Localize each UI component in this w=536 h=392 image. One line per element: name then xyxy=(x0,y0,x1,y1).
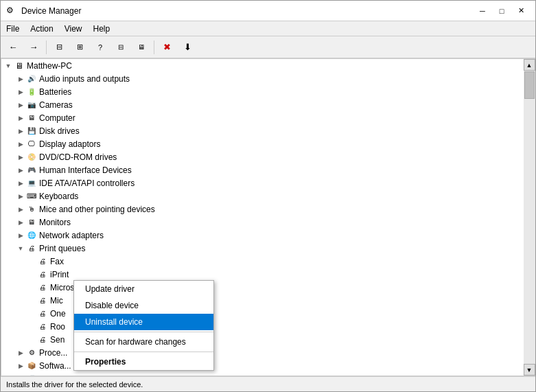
tree-panel[interactable]: ▼ 🖥 Matthew-PC ▶ 🔊 Audio inputs and outp… xyxy=(1,58,524,376)
device-manager-window: ⚙ Device Manager ─ □ ✕ File Action View … xyxy=(0,0,536,392)
network-icon: 🌐 xyxy=(26,230,37,241)
tree-item-keyboards[interactable]: ▶ ⌨ Keyboards xyxy=(1,189,524,203)
audio-label: Audio inputs and outputs xyxy=(39,74,130,84)
disk-label: Disk drives xyxy=(39,126,80,136)
forward-button[interactable]: → xyxy=(24,38,43,56)
status-bar: Installs the driver for the selected dev… xyxy=(1,376,535,391)
batteries-expand-icon: ▶ xyxy=(15,87,26,97)
tree-item-network[interactable]: ▶ 🌐 Network adapters xyxy=(1,229,524,242)
properties-button[interactable]: ⊟ xyxy=(49,38,69,56)
ctx-sep-1 xyxy=(74,332,213,332)
tree-item-iprint[interactable]: 🖨 iPrint xyxy=(1,268,524,281)
root-expand-icon: ▼ xyxy=(3,60,14,71)
tree-item-ide[interactable]: ▶ 💻 IDE ATA/ATAPI controllers xyxy=(1,176,524,189)
scroll-thumb[interactable] xyxy=(524,71,535,99)
ctx-properties[interactable]: Properties xyxy=(74,354,213,370)
title-bar: ⚙ Device Manager ─ □ ✕ xyxy=(1,1,535,21)
status-text: Installs the driver for the selected dev… xyxy=(6,380,143,389)
software-expand-icon: ▶ xyxy=(15,360,26,371)
monitors-icon: 🖥 xyxy=(26,217,37,228)
tree-item-hid[interactable]: ▶ 🎮 Human Interface Devices xyxy=(1,163,524,176)
batteries-label: Batteries xyxy=(39,87,71,97)
sound-expand-icon: ▶ xyxy=(15,373,26,377)
print-label: Print queues xyxy=(39,244,85,253)
tree-item-fax[interactable]: 🖨 Fax xyxy=(1,255,524,268)
tree-item-batteries[interactable]: ▶ 🔋 Batteries xyxy=(1,85,524,98)
batteries-icon: 🔋 xyxy=(26,87,37,97)
fax-expand-icon xyxy=(26,256,37,267)
app-icon: ⚙ xyxy=(6,5,17,16)
cameras-expand-icon: ▶ xyxy=(15,100,26,111)
audio-expand-icon: ▶ xyxy=(15,73,26,84)
display-label: Display adaptors xyxy=(39,139,100,149)
tree-item-disk-drives[interactable]: ▶ 💾 Disk drives xyxy=(1,124,524,137)
mspdf-icon: 🖨 xyxy=(37,282,48,293)
tree-item-display[interactable]: ▶ 🖵 Display adaptors xyxy=(1,137,524,150)
scan-button[interactable]: ⬇ xyxy=(178,38,197,56)
proc-expand-icon: ▶ xyxy=(15,347,26,358)
content-area: ▼ 🖥 Matthew-PC ▶ 🔊 Audio inputs and outp… xyxy=(1,58,535,376)
menu-help[interactable]: Help xyxy=(88,23,116,35)
dvd-icon: 📀 xyxy=(26,152,37,163)
tree-item-sound[interactable]: ▶ 🔊 Sound,... xyxy=(1,372,524,376)
one-expand-icon xyxy=(26,308,37,319)
software-icon: 📦 xyxy=(26,360,37,371)
tree-item-mice[interactable]: ▶ 🖱 Mice and other pointing devices xyxy=(1,203,524,216)
menu-file[interactable]: File xyxy=(1,23,25,35)
back-button[interactable]: ← xyxy=(3,38,23,56)
tree-item-dvd[interactable]: ▶ 📀 DVD/CD-ROM drives xyxy=(1,150,524,163)
ide-label: IDE ATA/ATAPI controllers xyxy=(39,178,135,188)
scroll-track[interactable] xyxy=(524,71,535,364)
hid-expand-icon: ▶ xyxy=(15,165,26,176)
mic-icon: 🖨 xyxy=(37,295,48,306)
computer-label: Computer xyxy=(39,113,75,123)
ctx-update-driver[interactable]: Update driver xyxy=(74,281,213,297)
monitor-button[interactable]: 🖥 xyxy=(132,38,151,56)
tree-item-print-queues[interactable]: ▼ 🖨 Print queues xyxy=(1,242,524,255)
tree-item-audio[interactable]: ▶ 🔊 Audio inputs and outputs xyxy=(1,72,524,85)
ctx-scan-hardware[interactable]: Scan for hardware changes xyxy=(74,334,213,350)
keyboards-icon: ⌨ xyxy=(26,191,37,202)
menu-view[interactable]: View xyxy=(59,23,88,35)
one-label: One xyxy=(50,309,66,319)
network-expand-icon: ▶ xyxy=(15,230,26,241)
keyboards-label: Keyboards xyxy=(39,192,78,201)
ide-icon: 💻 xyxy=(26,178,37,189)
dvd-label: DVD/CD-ROM drives xyxy=(39,152,117,162)
hid-label: Human Interface Devices xyxy=(39,165,132,175)
display-expand-icon: ▶ xyxy=(15,139,26,150)
sen-expand-icon xyxy=(26,334,37,345)
scroll-down-button[interactable]: ▼ xyxy=(524,364,535,376)
dvd-expand-icon: ▶ xyxy=(15,152,26,163)
tree-root[interactable]: ▼ 🖥 Matthew-PC xyxy=(1,59,524,72)
ctx-disable-device[interactable]: Disable device xyxy=(74,297,213,314)
scroll-up-button[interactable]: ▲ xyxy=(524,59,535,71)
tree-item-cameras[interactable]: ▶ 📷 Cameras xyxy=(1,98,524,111)
roo-label: Roo xyxy=(50,322,65,332)
fax-label: Fax xyxy=(50,257,64,266)
tree-item-monitors[interactable]: ▶ 🖥 Monitors xyxy=(1,216,524,229)
hid-icon: 🎮 xyxy=(26,165,37,176)
computer-expand-icon: ▶ xyxy=(15,113,26,124)
cameras-label: Cameras xyxy=(39,100,73,110)
help-button[interactable]: ? xyxy=(91,38,110,56)
ctx-uninstall-device[interactable]: Uninstall device xyxy=(74,314,213,330)
maximize-button[interactable]: □ xyxy=(493,3,511,19)
title-bar-left: ⚙ Device Manager xyxy=(6,5,81,16)
update-driver-button[interactable]: ⊞ xyxy=(70,38,89,56)
iprint-icon: 🖨 xyxy=(37,269,48,280)
minimize-button[interactable]: ─ xyxy=(474,3,491,19)
close-button[interactable]: ✕ xyxy=(512,3,530,19)
window-title: Device Manager xyxy=(21,6,81,16)
scrollbar[interactable]: ▲ ▼ xyxy=(524,58,535,376)
root-label: Matthew-PC xyxy=(27,61,72,71)
print-expand-icon: ▼ xyxy=(15,243,26,254)
roo-expand-icon xyxy=(26,321,37,332)
mice-label: Mice and other pointing devices xyxy=(39,205,155,214)
uninstall-button[interactable]: ✖ xyxy=(157,38,176,56)
menu-action[interactable]: Action xyxy=(25,23,58,35)
menu-bar: File Action View Help xyxy=(1,21,535,36)
root-icon: 🖥 xyxy=(14,60,25,71)
display-button[interactable]: ⊟ xyxy=(111,38,130,56)
tree-item-computer[interactable]: ▶ 🖥 Computer xyxy=(1,111,524,124)
